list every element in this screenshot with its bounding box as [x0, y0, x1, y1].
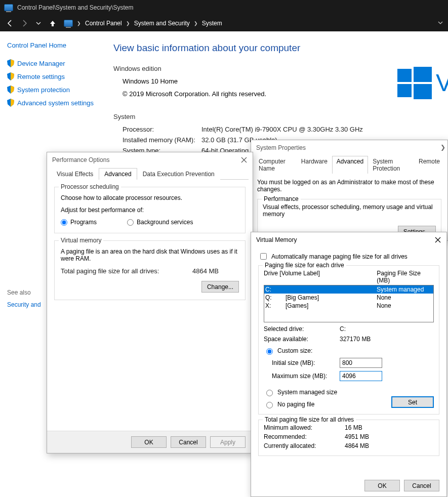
sidebar-link-device-manager[interactable]: Device Manager: [7, 59, 99, 67]
radio-input[interactable]: [61, 219, 67, 226]
maximum-size-input[interactable]: [340, 371, 382, 381]
recent-dropdown[interactable]: [33, 18, 44, 28]
processor-value: Intel(R) Core(TM) i9-7900X CPU @ 3.30GHz…: [201, 126, 363, 133]
radio-programs[interactable]: Programs: [61, 219, 97, 226]
selected-drive-value: C:: [340, 325, 346, 333]
total-paging-group: Total paging file size for all drives Mi…: [258, 420, 439, 456]
processor-scheduling-group: Processor scheduling Choose how to alloc…: [54, 187, 246, 233]
drive-size: None: [377, 302, 432, 309]
radio-background[interactable]: Background services: [127, 219, 193, 226]
radio-input[interactable]: [266, 402, 273, 408]
system-section-label: System: [113, 113, 448, 120]
col-drive-label: Drive [Volume Label]: [264, 270, 377, 284]
computer-icon: [4, 4, 13, 11]
shield-icon: [7, 59, 14, 67]
address-dropdown[interactable]: [438, 20, 443, 27]
tab-visual-effects[interactable]: Visual Effects: [51, 168, 99, 180]
up-button[interactable]: [48, 18, 58, 28]
shield-icon: [7, 72, 14, 80]
radio-label: Background services: [137, 219, 193, 226]
svg-text:V: V: [436, 69, 448, 96]
sidebar-link-label: Advanced system settings: [17, 99, 94, 107]
col-size-label: Paging File Size (MB): [377, 270, 434, 284]
back-button[interactable]: [5, 18, 15, 28]
auto-manage-checkbox[interactable]: Automatically manage paging file size fo…: [258, 252, 439, 261]
drive-letter: X:: [265, 302, 286, 309]
maximum-size-label: Maximum size (MB):: [272, 372, 340, 380]
drive-list[interactable]: C: System managed Q: [Big Games] None X:…: [264, 285, 434, 322]
tab-advanced[interactable]: Advanced: [99, 168, 137, 180]
radio-label: No paging file: [277, 401, 314, 408]
window-title: Control Panel\System and Security\System: [17, 4, 133, 11]
close-button[interactable]: [238, 154, 250, 165]
breadcrumb-item[interactable]: Control Panel: [85, 20, 122, 27]
drive-letter: Q:: [265, 294, 286, 301]
drive-label: [Big Games]: [286, 294, 377, 301]
tab-computer-name[interactable]: Computer Name: [254, 156, 297, 174]
total-paging-label: Total paging file size for all drives:: [61, 267, 192, 275]
sidebar-link-label: Device Manager: [17, 60, 65, 67]
group-legend: Virtual memory: [59, 237, 103, 244]
sidebar-link-system-protection[interactable]: System protection: [7, 86, 99, 94]
tab-advanced[interactable]: Advanced: [332, 156, 368, 174]
space-available-value: 327170 MB: [340, 336, 371, 343]
address-bar[interactable]: ❯ Control Panel ❯ System and Security ❯ …: [64, 20, 222, 27]
group-legend: Total paging file size for all drives: [263, 416, 356, 423]
radio-label: Custom size:: [277, 347, 312, 354]
close-button[interactable]: [432, 234, 443, 245]
drive-letter: C:: [265, 286, 286, 293]
set-button[interactable]: Set: [391, 396, 434, 408]
selected-drive-label: Selected drive:: [264, 325, 340, 333]
drive-size: System managed: [377, 286, 432, 293]
radio-label: Programs: [70, 219, 97, 226]
radio-input[interactable]: [266, 390, 273, 396]
sidebar-link-label: Remote settings: [17, 73, 65, 80]
ok-button[interactable]: OK: [364, 480, 400, 491]
windows-logo: V: [397, 65, 448, 101]
paging-file-group: Paging file size for each drive Drive [V…: [258, 265, 439, 415]
minimum-value: 16 MB: [345, 424, 362, 431]
drive-size: None: [377, 294, 432, 301]
minimum-label: Minimum allowed:: [264, 424, 345, 431]
breadcrumb-item[interactable]: System: [202, 20, 222, 27]
tab-system-protection[interactable]: System Protection: [368, 156, 414, 174]
svg-rect-0: [397, 69, 412, 82]
shield-icon: [7, 99, 14, 107]
performance-options-dialog: Performance Options Visual Effects Advan…: [47, 152, 253, 453]
control-panel-home-link[interactable]: Control Panel Home: [7, 42, 99, 49]
chevron-right-icon: ❯: [77, 21, 81, 26]
initial-size-input[interactable]: [340, 358, 382, 368]
drive-row[interactable]: Q: [Big Games] None: [264, 294, 433, 302]
sidebar-link-remote-settings[interactable]: Remote settings: [7, 72, 99, 80]
change-button[interactable]: Change...: [201, 281, 239, 293]
radio-custom-size[interactable]: Custom size:: [264, 347, 434, 355]
cancel-button[interactable]: Cancel: [404, 480, 439, 491]
sidebar-link-label: System protection: [17, 86, 70, 94]
breadcrumb-item[interactable]: System and Security: [134, 20, 190, 27]
sidebar-link-advanced-settings[interactable]: Advanced system settings: [7, 99, 99, 107]
current-label: Currently allocated:: [264, 442, 345, 449]
group-legend: Paging file size for each drive: [263, 262, 346, 269]
tab-hardware[interactable]: Hardware: [297, 156, 332, 174]
checkbox-input[interactable]: [260, 253, 267, 260]
system-properties-dialog: System Properties ❯ Computer Name Hardwa…: [251, 140, 448, 241]
tab-remote[interactable]: Remote: [414, 156, 444, 174]
drive-label: [Games]: [286, 302, 377, 309]
ok-button[interactable]: OK: [131, 436, 167, 448]
tab-dep[interactable]: Data Execution Prevention: [137, 168, 220, 180]
dialog-title: Performance Options: [47, 152, 253, 168]
apply-button[interactable]: Apply: [210, 436, 246, 448]
dialog-title: System Properties ❯: [251, 140, 447, 155]
radio-input[interactable]: [127, 219, 134, 226]
drive-row[interactable]: C: System managed: [264, 285, 433, 294]
drive-row[interactable]: X: [Games] None: [264, 302, 433, 310]
cancel-button[interactable]: Cancel: [171, 436, 206, 448]
radio-input[interactable]: [266, 348, 273, 355]
virtual-memory-group: Virtual memory A paging file is an area …: [54, 240, 246, 300]
radio-system-managed[interactable]: System managed size: [264, 388, 434, 396]
admin-note: You must be logged on as an Administrato…: [257, 179, 441, 193]
scheduling-desc: Choose how to allocate processor resourc…: [61, 194, 239, 201]
forward-button[interactable]: [19, 18, 29, 28]
chevron-right-icon[interactable]: ❯: [440, 144, 445, 151]
radio-label: System managed size: [277, 389, 337, 396]
